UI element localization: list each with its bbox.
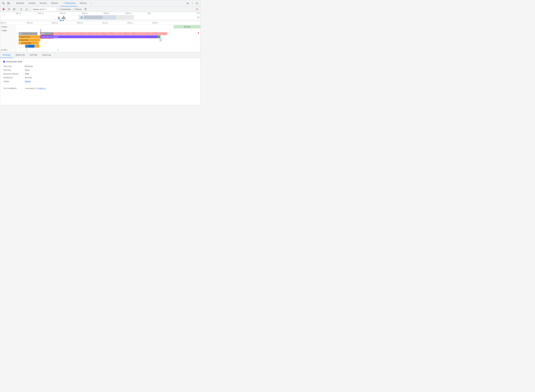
gpu-tick-2 <box>58 49 58 51</box>
time-2250: 2250 ms <box>152 22 158 24</box>
anon-purple-line <box>161 38 161 42</box>
trash-button[interactable] <box>83 7 88 11</box>
pending-for-label: Pending for <box>3 77 24 79</box>
upload-button[interactable] <box>19 7 23 11</box>
settings-gear-icon[interactable] <box>195 7 199 11</box>
download-button[interactable] <box>24 7 29 11</box>
main-label[interactable]: ▼ Main <box>0 29 16 32</box>
first-invalidated-value: (anonymous) @ VM262:1 <box>25 87 46 89</box>
settings-icon[interactable] <box>186 1 190 5</box>
self-time-value: 19 μs <box>25 69 30 71</box>
task-red-marker-2 <box>198 32 199 34</box>
elements-affected-row: Elements Affected 1520 <box>3 73 197 75</box>
set-inner-html-label-cell <box>0 42 16 44</box>
ruler-500ms: 500 ms <box>16 13 21 14</box>
reload-record-button[interactable] <box>7 7 11 11</box>
recalculate-style-bar[interactable]: Recalculate Style <box>41 35 53 38</box>
total-time-label: Total Time <box>3 65 24 67</box>
device-toolbar-icon[interactable] <box>6 1 10 5</box>
first-invalidated-row: First Invalidated (anonymous) @ VM262:1 <box>3 87 197 89</box>
url-dropdown-icon[interactable]: ▼ <box>45 8 47 10</box>
time-1950: 1950 ms <box>0 22 6 24</box>
gpu-expand-arrow: ▶ <box>1 49 3 51</box>
timeline-overview[interactable]: 500 ms 1000 ms 1500 ms 2000 ms 2500 ms 3… <box>0 12 200 21</box>
task-bar-2[interactable]: Task <box>41 32 53 35</box>
ruler-2500ms: 2500 ms <box>103 13 109 14</box>
pl-row: P...L <box>0 45 200 48</box>
tab-bottom-up[interactable]: Bottom-Up <box>13 52 27 58</box>
tab-call-tree[interactable]: Call Tree <box>27 52 40 58</box>
cpu-bar-1 <box>57 16 61 19</box>
gpu-content <box>16 48 200 52</box>
layout-bar[interactable]: Layout <box>53 35 158 38</box>
self-time-label: Self Time <box>3 69 24 71</box>
screenshots-checkbox-label[interactable]: Screenshots <box>59 8 71 10</box>
nav-divider-2 <box>94 1 94 5</box>
tab-performance[interactable]: ⚠ Performance <box>61 0 77 6</box>
top-nav: Elements Console Sources Network ⚠ Perfo… <box>0 0 200 6</box>
time-2050: 2050 ms <box>52 22 58 24</box>
tab-event-log[interactable]: Event Log <box>40 52 53 58</box>
svg-point-12 <box>197 9 197 9</box>
cpu-bar-2 <box>61 16 66 19</box>
task-bar-2-cont[interactable] <box>53 32 167 35</box>
summary-title: Recalculate Style <box>3 61 197 63</box>
tab-summary[interactable]: Summary <box>0 52 13 58</box>
net-row <box>0 19 200 21</box>
main-label-row: ▼ Main <box>0 29 200 32</box>
anonymous-bars-cell: (anonymous) <box>16 38 200 41</box>
task-red-marker <box>40 32 41 34</box>
first-invalidated-link[interactable]: VM262:1 <box>39 88 46 89</box>
net-bar-1 <box>60 20 61 21</box>
memory-checkbox-label[interactable]: Memory <box>73 8 82 10</box>
record-button[interactable] <box>1 7 6 11</box>
more-tabs-button[interactable]: » <box>89 0 93 6</box>
set-inner-html-bar[interactable]: set innerHTML <box>20 42 39 44</box>
frame-bar[interactable]: 116.7 ms <box>174 25 200 28</box>
net-bar-2 <box>62 20 64 21</box>
tab-console[interactable]: Console <box>27 0 37 6</box>
svg-rect-2 <box>9 3 9 4</box>
screenshots-checkbox[interactable] <box>59 8 61 10</box>
pl-label-cell <box>0 45 16 48</box>
cpu-label: CPU <box>197 12 200 14</box>
tab-elements[interactable]: Elements <box>14 0 26 6</box>
clear-button[interactable] <box>12 7 16 11</box>
main-expand-arrow: ▼ <box>1 30 3 31</box>
pl-bar[interactable]: P...L <box>25 45 35 48</box>
initiator-row: Initiator Reveal <box>3 80 197 83</box>
layout-green-bar-1 <box>158 35 160 38</box>
initiator-reveal-link[interactable]: Reveal <box>25 80 31 83</box>
ruler-1500ms: 1500 ms <box>60 13 66 14</box>
ruler-2000ms: 2000 ms <box>82 13 88 14</box>
warn-icon: ⚠ <box>62 2 64 4</box>
close-icon[interactable] <box>195 1 199 5</box>
first-invalidated-label: First Invalidated <box>3 87 24 89</box>
cpu-row: NET <box>0 15 200 19</box>
time-2000: 2000 ms <box>27 22 33 24</box>
evaluate-script-bar[interactable]: Evaluate Script <box>19 35 40 38</box>
set-inner-html-row: set innerHTML <box>0 42 200 45</box>
time-2150: 2150 ms <box>102 22 108 24</box>
frames-content: 116.7 ms <box>16 25 200 29</box>
playhead-line <box>41 29 41 32</box>
evaluate-row: Evaluate Script Recalculate Style Layout <box>0 35 200 38</box>
tab-network[interactable]: Network <box>49 0 60 6</box>
nav-right-icons <box>186 1 199 5</box>
url-filter-box[interactable]: jlwagner.net #1 ▼ <box>32 7 56 11</box>
timeline-detail: 1950 ms 2000 ms 2050 ms 2100 ms 2150 ms … <box>0 21 200 52</box>
net-label: NET <box>197 17 200 18</box>
inspect-icon[interactable] <box>1 1 5 5</box>
more-options-icon[interactable] <box>190 1 194 5</box>
svg-point-9 <box>3 8 5 10</box>
task-bar-1[interactable]: Task <box>19 32 38 35</box>
task-label-cell <box>0 32 16 35</box>
tab-memory[interactable]: Memory <box>78 0 89 6</box>
set-inner-html-bars-cell: set innerHTML <box>16 42 200 44</box>
anonymous-bar[interactable]: (anonymous) <box>19 38 40 41</box>
tab-sources[interactable]: Sources <box>38 0 49 6</box>
memory-checkbox[interactable] <box>73 8 75 10</box>
gpu-label[interactable]: ▶ GPU <box>0 48 16 52</box>
anonymous-label-cell <box>0 38 16 41</box>
toolbar-checkboxes: Screenshots Memory <box>59 8 82 10</box>
